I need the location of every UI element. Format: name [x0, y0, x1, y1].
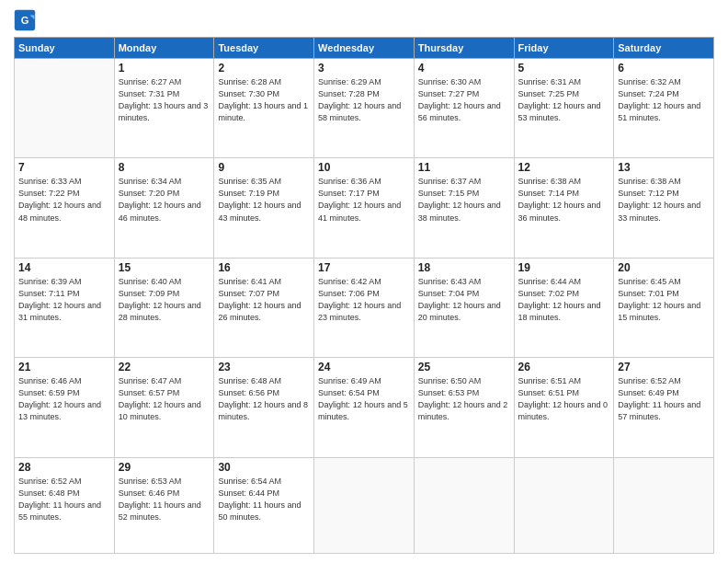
day-number: 23 [218, 361, 310, 373]
day-number: 15 [119, 261, 210, 274]
day-number: 14 [18, 261, 110, 274]
calendar-cell: 11Sunrise: 6:37 AMSunset: 7:15 PMDayligh… [414, 158, 514, 258]
day-info: Sunrise: 6:40 AMSunset: 7:09 PMDaylight:… [119, 276, 210, 324]
day-info: Sunrise: 6:39 AMSunset: 7:11 PMDaylight:… [18, 276, 110, 324]
calendar-cell: 30Sunrise: 6:54 AMSunset: 6:44 PMDayligh… [214, 457, 314, 554]
day-number: 10 [318, 161, 410, 174]
day-number: 12 [518, 161, 610, 174]
calendar-cell [414, 457, 514, 554]
day-info: Sunrise: 6:41 AMSunset: 7:07 PMDaylight:… [218, 276, 310, 324]
logo-icon: G [14, 9, 36, 31]
calendar-cell: 29Sunrise: 6:53 AMSunset: 6:46 PMDayligh… [114, 457, 214, 554]
svg-text:G: G [21, 15, 29, 26]
logo: G [14, 9, 40, 31]
calendar-cell: 4Sunrise: 6:30 AMSunset: 7:27 PMDaylight… [414, 59, 514, 158]
day-number: 16 [218, 261, 310, 274]
calendar-cell: 23Sunrise: 6:48 AMSunset: 6:56 PMDayligh… [214, 358, 314, 457]
day-number: 26 [518, 361, 610, 373]
day-number: 7 [18, 161, 110, 174]
day-info: Sunrise: 6:48 AMSunset: 6:56 PMDaylight:… [218, 375, 310, 423]
calendar-page: G SundayMondayTuesdayWednesdayThursdayFr… [0, 0, 728, 563]
day-number: 18 [418, 261, 510, 274]
day-number: 13 [618, 161, 710, 174]
day-info: Sunrise: 6:34 AMSunset: 7:20 PMDaylight:… [119, 176, 210, 224]
day-number: 29 [119, 461, 210, 474]
calendar-cell: 8Sunrise: 6:34 AMSunset: 7:20 PMDaylight… [114, 158, 214, 258]
day-info: Sunrise: 6:51 AMSunset: 6:51 PMDaylight:… [518, 375, 610, 423]
weekday-header-monday: Monday [114, 38, 214, 59]
day-info: Sunrise: 6:27 AMSunset: 7:31 PMDaylight:… [119, 76, 210, 124]
day-info: Sunrise: 6:46 AMSunset: 6:59 PMDaylight:… [18, 375, 110, 423]
page-header: G [14, 9, 714, 31]
calendar-week-row: 28Sunrise: 6:52 AMSunset: 6:48 PMDayligh… [15, 457, 714, 554]
calendar-cell: 26Sunrise: 6:51 AMSunset: 6:51 PMDayligh… [514, 358, 614, 457]
day-number: 4 [418, 62, 510, 75]
day-info: Sunrise: 6:43 AMSunset: 7:04 PMDaylight:… [418, 276, 510, 324]
day-info: Sunrise: 6:32 AMSunset: 7:24 PMDaylight:… [618, 76, 710, 124]
weekday-header-row: SundayMondayTuesdayWednesdayThursdayFrid… [15, 38, 714, 59]
day-number: 1 [119, 62, 210, 75]
calendar-cell: 25Sunrise: 6:50 AMSunset: 6:53 PMDayligh… [414, 358, 514, 457]
calendar-cell: 24Sunrise: 6:49 AMSunset: 6:54 PMDayligh… [314, 358, 415, 457]
calendar-cell: 15Sunrise: 6:40 AMSunset: 7:09 PMDayligh… [114, 258, 214, 357]
calendar-cell: 21Sunrise: 6:46 AMSunset: 6:59 PMDayligh… [15, 358, 115, 457]
day-number: 28 [18, 461, 110, 474]
weekday-header-saturday: Saturday [614, 38, 714, 59]
day-number: 3 [318, 62, 410, 75]
calendar-cell [614, 457, 714, 554]
calendar-cell: 20Sunrise: 6:45 AMSunset: 7:01 PMDayligh… [614, 258, 714, 357]
calendar-table: SundayMondayTuesdayWednesdayThursdayFrid… [14, 37, 714, 554]
day-info: Sunrise: 6:49 AMSunset: 6:54 PMDaylight:… [318, 375, 410, 423]
calendar-cell: 12Sunrise: 6:38 AMSunset: 7:14 PMDayligh… [514, 158, 614, 258]
weekday-header-thursday: Thursday [414, 38, 514, 59]
calendar-cell: 27Sunrise: 6:52 AMSunset: 6:49 PMDayligh… [614, 358, 714, 457]
calendar-cell: 18Sunrise: 6:43 AMSunset: 7:04 PMDayligh… [414, 258, 514, 357]
day-info: Sunrise: 6:36 AMSunset: 7:17 PMDaylight:… [318, 176, 410, 224]
day-number: 21 [18, 361, 110, 373]
day-number: 30 [218, 461, 310, 474]
calendar-week-row: 14Sunrise: 6:39 AMSunset: 7:11 PMDayligh… [15, 258, 714, 357]
calendar-cell: 14Sunrise: 6:39 AMSunset: 7:11 PMDayligh… [15, 258, 115, 357]
day-info: Sunrise: 6:37 AMSunset: 7:15 PMDaylight:… [418, 176, 510, 224]
day-info: Sunrise: 6:44 AMSunset: 7:02 PMDaylight:… [518, 276, 610, 324]
day-info: Sunrise: 6:47 AMSunset: 6:57 PMDaylight:… [119, 375, 210, 423]
day-number: 20 [618, 261, 710, 274]
calendar-cell: 1Sunrise: 6:27 AMSunset: 7:31 PMDaylight… [114, 59, 214, 158]
day-number: 2 [218, 62, 310, 75]
day-number: 19 [518, 261, 610, 274]
day-info: Sunrise: 6:33 AMSunset: 7:22 PMDaylight:… [18, 176, 110, 224]
calendar-cell: 5Sunrise: 6:31 AMSunset: 7:25 PMDaylight… [514, 59, 614, 158]
day-number: 6 [618, 62, 710, 75]
day-number: 11 [418, 161, 510, 174]
weekday-header-sunday: Sunday [15, 38, 115, 59]
day-number: 8 [119, 161, 210, 174]
day-number: 22 [119, 361, 210, 373]
day-info: Sunrise: 6:35 AMSunset: 7:19 PMDaylight:… [218, 176, 310, 224]
calendar-cell: 10Sunrise: 6:36 AMSunset: 7:17 PMDayligh… [314, 158, 415, 258]
calendar-cell: 19Sunrise: 6:44 AMSunset: 7:02 PMDayligh… [514, 258, 614, 357]
day-info: Sunrise: 6:30 AMSunset: 7:27 PMDaylight:… [418, 76, 510, 124]
weekday-header-tuesday: Tuesday [214, 38, 314, 59]
day-number: 9 [218, 161, 310, 174]
day-info: Sunrise: 6:29 AMSunset: 7:28 PMDaylight:… [318, 76, 410, 124]
calendar-cell: 22Sunrise: 6:47 AMSunset: 6:57 PMDayligh… [114, 358, 214, 457]
calendar-cell: 6Sunrise: 6:32 AMSunset: 7:24 PMDaylight… [614, 59, 714, 158]
day-number: 25 [418, 361, 510, 373]
calendar-cell: 16Sunrise: 6:41 AMSunset: 7:07 PMDayligh… [214, 258, 314, 357]
day-info: Sunrise: 6:54 AMSunset: 6:44 PMDaylight:… [218, 476, 310, 523]
calendar-cell: 28Sunrise: 6:52 AMSunset: 6:48 PMDayligh… [15, 457, 115, 554]
calendar-cell: 13Sunrise: 6:38 AMSunset: 7:12 PMDayligh… [614, 158, 714, 258]
day-info: Sunrise: 6:31 AMSunset: 7:25 PMDaylight:… [518, 76, 610, 124]
calendar-cell: 7Sunrise: 6:33 AMSunset: 7:22 PMDaylight… [15, 158, 115, 258]
calendar-week-row: 7Sunrise: 6:33 AMSunset: 7:22 PMDaylight… [15, 158, 714, 258]
day-info: Sunrise: 6:52 AMSunset: 6:48 PMDaylight:… [18, 476, 110, 523]
day-info: Sunrise: 6:50 AMSunset: 6:53 PMDaylight:… [418, 375, 510, 423]
calendar-week-row: 1Sunrise: 6:27 AMSunset: 7:31 PMDaylight… [15, 59, 714, 158]
day-number: 5 [518, 62, 610, 75]
day-number: 24 [318, 361, 410, 373]
day-number: 27 [618, 361, 710, 373]
day-info: Sunrise: 6:42 AMSunset: 7:06 PMDaylight:… [318, 276, 410, 324]
calendar-cell [15, 59, 115, 158]
calendar-cell [314, 457, 415, 554]
day-info: Sunrise: 6:53 AMSunset: 6:46 PMDaylight:… [119, 476, 210, 523]
